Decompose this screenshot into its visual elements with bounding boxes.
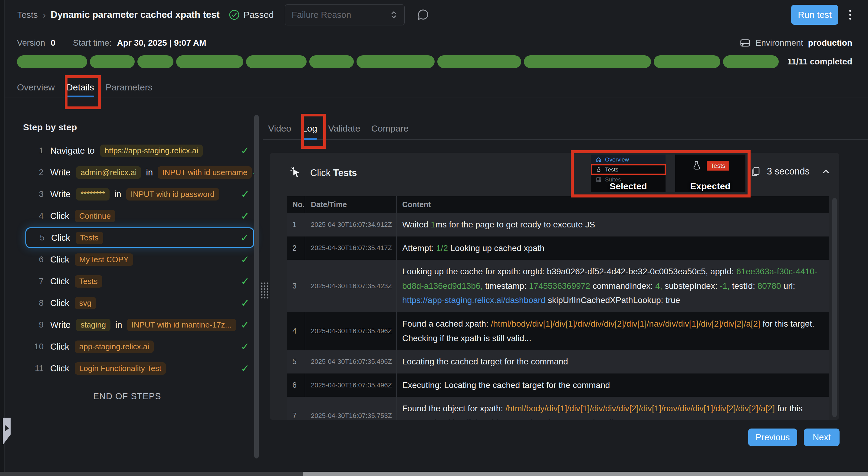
tab-overview[interactable]: Overview [17,77,55,97]
tab-validate[interactable]: Validate [328,117,360,140]
step-check-icon: ✓ [241,362,250,374]
step-target-badge: Tests [76,232,103,244]
step-row[interactable]: 5ClickTests✓ [25,228,254,248]
tab-parameters[interactable]: Parameters [105,77,153,97]
step-slot: 11ClickLogin Functionality Test✓ [9,358,258,379]
step-row[interactable]: 3Write********inINPUT with id password✓ [29,186,254,203]
log-token-orange: /html/body/div[1]/div[1]/div/div/div[2]/… [491,319,760,329]
mini-nav-item-tests: Tests [591,165,665,174]
previous-button[interactable]: Previous [748,429,797,446]
step-row[interactable]: 11ClickLogin Functionality Test✓ [29,360,254,377]
step-row[interactable]: 9WritestaginginINPUT with id mantine-17z… [29,316,254,333]
log-row[interactable]: 62025-04-30T16:07:35.496ZExecuting: Loca… [287,373,829,397]
status-badge: Passed [229,9,274,20]
step-number: 10 [29,342,43,351]
log-row[interactable]: 12025-04-30T16:07:34.912ZWaited 1ms for … [287,213,829,237]
log-row-content: Executing: Locating the cached target fo… [397,373,829,397]
step-check-icon: ✓ [241,341,250,352]
step-number: 2 [29,168,43,177]
comment-bubble-icon[interactable] [416,8,430,22]
progress-caption: 11/11 completed [787,57,852,67]
step-action-label: Click [50,364,69,373]
mini-nav-label: Tests [605,166,618,173]
panel-resize-handle[interactable] [260,282,269,299]
log-token: url: [781,281,795,291]
step-action-label: Click [50,298,69,308]
top-bar: Tests › Dynamic parameter cached xpath t… [4,0,868,30]
step-number: 11 [29,364,43,373]
step-row[interactable]: 8Clicksvg✓ [29,295,254,311]
log-token: Found a cached xpath: [402,319,491,329]
step-target-badge: Tests [75,275,102,287]
progress-bar: 11/11 completed [17,55,852,68]
left-edge-strip [0,0,4,476]
log-row[interactable]: 72025-04-30T16:07:35.753ZFound the objec… [287,397,829,420]
mini-nav-item-overview: Overview [591,155,665,165]
log-row-number: 2 [287,237,305,260]
log-token: testId: [730,281,757,291]
tab-video[interactable]: Video [268,117,291,140]
step-row[interactable]: 2Writeadmin@relicx.aiinINPUT with id use… [29,164,254,181]
step-row[interactable]: 10Clickapp-staging.relicx.ai✓ [29,338,254,355]
log-row[interactable]: 22025-04-30T16:07:35.417ZAttempt: 1/2 Lo… [287,237,829,260]
step-action-label: Navigate to [50,146,95,156]
failure-reason-select[interactable]: Failure Reason [285,4,405,25]
log-row-number: 7 [287,397,305,420]
environment-label: Environment [756,38,803,48]
log-column-header: Content [397,196,829,213]
mini-nav-label: Overview [605,156,629,163]
breadcrumb-tests-link[interactable]: Tests [17,10,38,20]
app-window: Tests › Dynamic parameter cached xpath t… [0,0,868,476]
log-row-content: Locating the cached target for the comma… [397,350,829,373]
run-test-button[interactable]: Run test [791,5,838,25]
step-value-badge: admin@relicx.ai [76,166,141,179]
step-target-badge: INPUT with id password [126,188,219,201]
cursor-click-icon [290,167,302,179]
step-action-label: Write [50,189,70,199]
log-scrollbar[interactable] [832,198,837,417]
log-token: Looking up cached xpath [448,243,545,253]
log-row[interactable]: 42025-04-30T16:07:35.496ZFound a cached … [287,312,829,350]
step-target-badge: Login Functionality Test [75,362,166,375]
log-token-blue: https://app-staging.relicx.ai/dashboard [402,296,546,305]
version-label: Version [17,38,45,48]
step-check-icon: ✓ [241,188,250,200]
log-token: Locating the cached target for the comma… [402,357,568,366]
step-check-icon: ✓ [241,297,250,309]
drawer-expand-tab[interactable] [3,418,10,447]
step-row[interactable]: 4ClickContinue✓ [29,207,254,225]
expected-screenshot-thumbnail[interactable]: Tests Expected [675,155,745,192]
tab-log[interactable]: Log [302,117,317,140]
tab-compare[interactable]: Compare [371,117,408,140]
log-row[interactable]: 52025-04-30T16:07:35.496ZLocating the ca… [287,350,829,373]
tab-details[interactable]: Details [66,77,94,97]
step-target-badge: app-staging.relicx.ai [75,341,154,353]
step-action-label: Write [50,320,70,330]
step-row[interactable]: 7ClickTests✓ [29,273,254,290]
log-row-content: Attempt: 1/2 Looking up cached xpath [397,237,829,260]
version-value: 0 [51,38,55,48]
step-action-label: Click [50,276,69,286]
steps-list: 1Navigate tohttps://app-staging.relicx.a… [9,140,258,379]
steps-scrollbar[interactable] [254,115,259,458]
step-row[interactable]: 6ClickMyTest COPY✓ [29,251,254,268]
main-tabs: Overview Details Parameters [4,77,868,97]
step-action-label: Click [50,211,69,221]
step-slot: 10Clickapp-staging.relicx.ai✓ [9,336,258,358]
log-row-number: 4 [287,312,305,350]
bottom-scrollbar-thumb[interactable] [303,472,868,476]
bottom-scrollbar-track[interactable] [0,472,303,476]
step-value-badge: https://app-staging.relicx.ai [100,144,203,157]
step-value-badge: ******** [76,188,110,201]
selected-screenshot-thumbnail[interactable]: OverviewTestsSuites Selected [591,155,665,192]
step-target-badge: MyTest COPY [75,253,133,266]
log-token: skipUrlInCachedXPathLookup: true [546,296,680,305]
next-button[interactable]: Next [804,429,840,446]
kebab-menu-icon[interactable] [849,10,851,20]
chevron-up-icon[interactable] [821,167,831,176]
log-row[interactable]: 32025-04-30T16:07:35.423ZLooking up the … [287,260,829,312]
log-column-header: No. [287,196,305,213]
step-row[interactable]: 1Navigate tohttps://app-staging.relicx.a… [29,142,254,159]
start-time-label: Start time: [73,38,112,48]
failure-reason-placeholder: Failure Reason [292,10,351,20]
